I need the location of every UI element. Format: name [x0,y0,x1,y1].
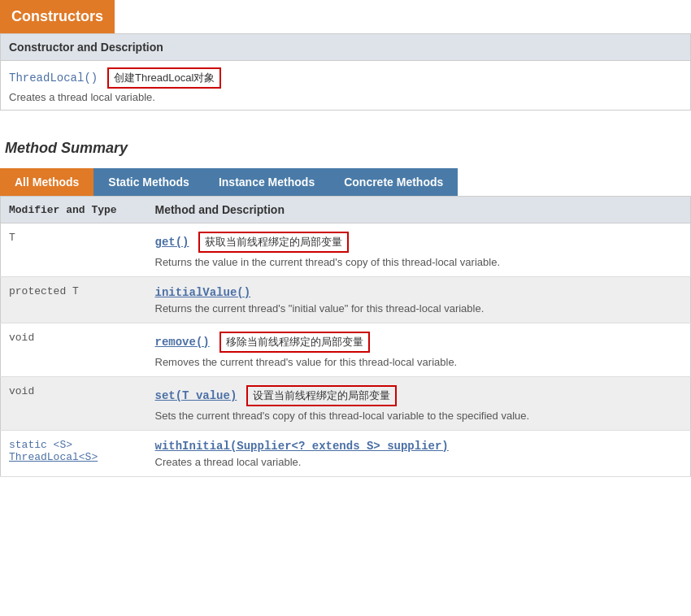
method-annotation-get: 获取当前线程绑定的局部变量 [198,232,349,253]
method-name-initialValue[interactable]: initialValue() [155,286,251,299]
method-table-header-method: Method and Description [147,197,691,223]
tab-all-methods[interactable]: All Methods [0,168,93,196]
method-summary-title: Method Summary [5,140,691,157]
method-name-withInitial[interactable]: withInitial(Supplier<? extends S> suppli… [155,440,449,453]
method-desc-remove: Removes the current thread's value for t… [155,356,683,368]
method-name-get[interactable]: get() [155,236,189,249]
method-name-set[interactable]: set(T value) [155,389,237,402]
method-row-initialValue: protected T initialValue() Returns the c… [1,277,691,323]
method-annotation-set: 设置当前线程绑定的局部变量 [246,385,397,406]
constructor-description: Creates a thread local variable. [9,91,682,103]
method-row-set: void set(T value) 设置当前线程绑定的局部变量 Sets the… [1,377,691,431]
method-desc-initialValue: Returns the current thread's "initial va… [155,302,683,315]
constructors-section: Constructors Constructor and Description… [0,0,691,111]
constructor-table: Constructor and Description ThreadLocal(… [0,33,691,111]
tab-concrete-methods[interactable]: Concrete Methods [329,168,458,196]
method-summary-section: Method Summary All Methods Static Method… [0,140,691,477]
tab-static-methods[interactable]: Static Methods [93,168,204,196]
method-row-get: T get() 获取当前线程绑定的局部变量 Returns the value … [1,223,691,277]
modifier-withInitial-text: static <S> ThreadLocal<S> [9,439,98,463]
constructor-name-link[interactable]: ThreadLocal() [9,72,98,85]
method-row-withInitial: static <S> ThreadLocal<S> withInitial(Su… [1,431,691,477]
constructor-table-header: Constructor and Description [1,34,691,61]
method-row-remove: void remove() 移除当前线程绑定的局部变量 Removes the … [1,323,691,377]
threadlocal-type-link[interactable]: ThreadLocal<S> [9,451,98,463]
constructor-cell: ThreadLocal() 创建ThreadLocal对象 Creates a … [1,61,691,111]
modifier-withInitial: static <S> ThreadLocal<S> [1,431,147,477]
method-cell-initialValue: initialValue() Returns the current threa… [147,277,691,323]
constructors-header: Constructors [0,0,115,33]
modifier-set: void [1,377,147,431]
method-name-remove[interactable]: remove() [155,336,210,349]
modifier-initialValue: protected T [1,277,147,323]
method-table: Modifier and Type Method and Description… [0,196,691,477]
constructor-annotation: 创建ThreadLocal对象 [107,67,221,89]
tab-instance-methods[interactable]: Instance Methods [204,168,329,196]
modifier-remove: void [1,323,147,377]
constructor-row: ThreadLocal() 创建ThreadLocal对象 Creates a … [1,61,691,111]
method-desc-withInitial: Creates a thread local variable. [155,456,683,468]
method-tabs: All Methods Static Methods Instance Meth… [0,168,691,196]
method-table-header-modifier: Modifier and Type [1,197,147,223]
method-cell-set: set(T value) 设置当前线程绑定的局部变量 Sets the curr… [147,377,691,431]
method-desc-get: Returns the value in the current thread'… [155,256,683,268]
method-cell-withInitial: withInitial(Supplier<? extends S> suppli… [147,431,691,477]
method-cell-remove: remove() 移除当前线程绑定的局部变量 Removes the curre… [147,323,691,377]
method-desc-set: Sets the current thread's copy of this t… [155,410,683,422]
method-annotation-remove: 移除当前线程绑定的局部变量 [219,332,370,353]
modifier-get: T [1,223,147,277]
method-cell-get: get() 获取当前线程绑定的局部变量 Returns the value in… [147,223,691,277]
